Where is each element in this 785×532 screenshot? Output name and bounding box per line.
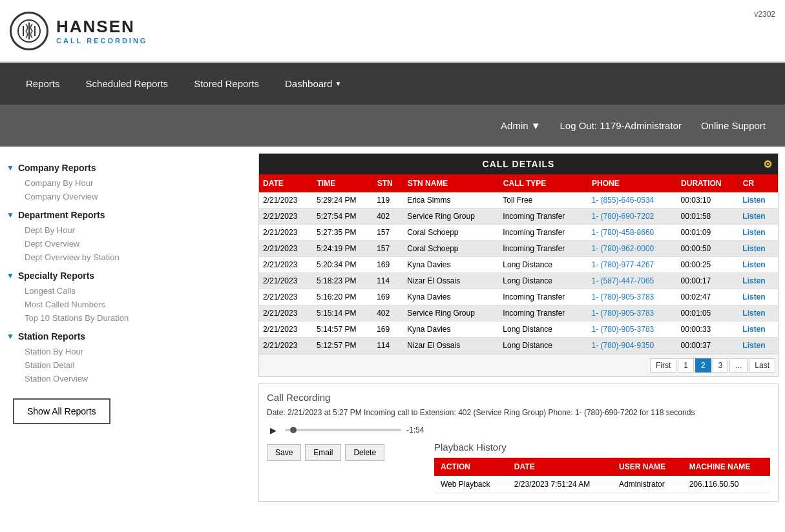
cell-date: 2/21/2023 [259, 289, 313, 305]
online-support-link[interactable]: Online Support [701, 120, 766, 131]
cell-call-type: Incoming Transfer [499, 225, 587, 241]
cell-date: 2/21/2023 [259, 273, 313, 289]
save-button[interactable]: Save [267, 444, 301, 461]
table-row: 2/21/2023 5:24:19 PM 157 Coral Schoepp I… [259, 241, 778, 257]
table-row: 2/21/2023 5:20:34 PM 169 Kyna Davies Lon… [259, 257, 778, 273]
show-all-reports-button[interactable]: Show All Reports [13, 398, 110, 424]
company-reports-label: Company Reports [18, 163, 96, 173]
page-1-btn[interactable]: 1 [678, 358, 694, 373]
sidebar-item-company-by-hour[interactable]: Company By Hour [6, 176, 246, 190]
station-reports-label: Station Reports [18, 331, 85, 342]
cell-date: 2/21/2023 [259, 225, 313, 241]
sidebar-section-station[interactable]: ▼ Station Reports [6, 331, 246, 342]
cell-duration: 00:00:37 [677, 338, 739, 354]
sidebar-item-station-detail[interactable]: Station Detail [6, 358, 246, 372]
nav-reports[interactable]: Reports [13, 78, 73, 89]
cell-stn-name: Service Ring Group [403, 209, 499, 225]
cell-duration: 00:03:10 [677, 192, 739, 209]
cell-cr: Listen [738, 289, 777, 305]
version-label: v2302 [754, 6, 775, 19]
admin-label: Admin [501, 120, 529, 131]
page-first-btn[interactable]: First [650, 358, 676, 373]
sidebar-item-top10[interactable]: Top 10 Stations By Duration [6, 311, 246, 325]
sidebar-item-dept-overview-station[interactable]: Dept Overview by Station [6, 251, 246, 264]
cell-call-type: Long Distance [499, 273, 587, 289]
secondary-nav: Admin ▼ Log Out: 1179-Administrator Onli… [0, 105, 785, 147]
cell-phone: 1- (587)-447-7065 [588, 273, 677, 289]
sidebar-item-dept-overview[interactable]: Dept Overview [6, 237, 246, 251]
nav-dashboard[interactable]: Dashboard ▼ [272, 78, 354, 89]
cell-time: 5:16:20 PM [313, 289, 373, 305]
sidebar-item-dept-by-hour[interactable]: Dept By Hour [6, 223, 246, 237]
cell-stn: 169 [373, 257, 403, 273]
admin-menu[interactable]: Admin ▼ [501, 120, 540, 131]
page-last-btn[interactable]: Last [749, 358, 775, 373]
sidebar-item-most-called[interactable]: Most Called Numbers [6, 298, 246, 311]
station-expand-icon: ▼ [6, 332, 14, 341]
time-display: -1:54 [406, 425, 424, 435]
cell-stn-name: Service Ring Group [403, 305, 499, 322]
nav-stored[interactable]: Stored Reports [181, 78, 272, 89]
sidebar-item-station-by-hour[interactable]: Station By Hour [6, 345, 246, 358]
sidebar-section-specialty[interactable]: ▼ Specialty Reports [6, 271, 246, 281]
audio-progress-bar[interactable] [285, 429, 401, 431]
settings-gear-icon[interactable]: ⚙ [763, 158, 773, 170]
cell-phone: 1- (855)-646-0534 [588, 192, 677, 209]
cell-stn: 114 [373, 338, 403, 354]
table-row: 2/21/2023 5:15:14 PM 402 Service Ring Gr… [259, 305, 778, 322]
company-expand-icon: ▼ [6, 163, 14, 172]
playback-history-title: Playback History [434, 442, 770, 453]
col-stn-name: STN NAME [403, 174, 499, 192]
cell-stn-name: Coral Schoepp [403, 241, 499, 257]
logo-circle [10, 12, 48, 50]
cell-call-type: Long Distance [499, 338, 587, 354]
cell-cr: Listen [738, 225, 777, 241]
cell-date: 2/21/2023 [259, 305, 313, 322]
main-layout: ▼ Company Reports Company By Hour Compan… [0, 147, 785, 532]
col-duration: DURATION [677, 174, 739, 192]
cell-phone: 1- (780)-690-7202 [588, 209, 677, 225]
sidebar-section-company[interactable]: ▼ Company Reports [6, 163, 246, 173]
cell-time: 5:20:34 PM [313, 257, 373, 273]
cell-date: 2/21/2023 [259, 338, 313, 354]
cell-date: 2/21/2023 [259, 241, 313, 257]
sidebar-item-station-overview[interactable]: Station Overview [6, 372, 246, 385]
cell-duration: 00:00:17 [677, 273, 739, 289]
email-button[interactable]: Email [305, 444, 341, 461]
cell-time: 5:24:19 PM [313, 241, 373, 257]
col-cr: CR [738, 174, 777, 192]
call-details-table: DATE TIME STN STN NAME CALL TYPE PHONE D… [259, 174, 778, 354]
cell-stn-name: Kyna Davies [403, 257, 499, 273]
call-recording-section: Call Recording Date: 2/21/2023 at 5:27 P… [258, 384, 779, 502]
cell-cr: Listen [738, 322, 777, 338]
cell-stn: 402 [373, 305, 403, 322]
cell-stn: 169 [373, 322, 403, 338]
cell-duration: 00:01:09 [677, 225, 739, 241]
pagination: First 1 2 3 ... Last [259, 354, 778, 376]
play-button[interactable]: ▶ [267, 424, 280, 436]
call-details-tbody: 2/21/2023 5:29:24 PM 119 Erica Simms Tol… [259, 192, 778, 354]
sidebar-item-company-overview[interactable]: Company Overview [6, 190, 246, 203]
cell-call-type: Toll Free [499, 192, 587, 209]
cell-phone: 1- (780)-904-9350 [588, 338, 677, 354]
page-ellipsis-btn[interactable]: ... [729, 358, 748, 373]
nav-scheduled[interactable]: Scheduled Reports [73, 78, 182, 89]
page-2-btn[interactable]: 2 [695, 358, 711, 373]
logout-link[interactable]: Log Out: 1179-Administrator [560, 120, 681, 131]
sidebar-item-longest-calls[interactable]: Longest Calls [6, 284, 246, 298]
col-time: TIME [313, 174, 373, 192]
call-details-container: CALL DETAILS ⚙ DATE TIME STN STN NAME CA… [258, 153, 779, 377]
cell-call-type: Long Distance [499, 257, 587, 273]
cell-phone: 1- (780)-977-4267 [588, 257, 677, 273]
delete-button[interactable]: Delete [345, 444, 384, 461]
cell-date: 2/21/2023 [259, 192, 313, 209]
table-row: 2/21/2023 5:12:57 PM 114 Nizar El Ossais… [259, 338, 778, 354]
sidebar: ▼ Company Reports Company By Hour Compan… [0, 147, 252, 532]
audio-player: ▶ -1:54 [267, 424, 770, 436]
sidebar-section-department[interactable]: ▼ Department Reports [6, 210, 246, 220]
table-row: 2/21/2023 5:27:54 PM 402 Service Ring Gr… [259, 209, 778, 225]
cell-stn-name: Nizar El Ossais [403, 273, 499, 289]
page-3-btn[interactable]: 3 [713, 358, 729, 373]
cell-duration: 00:00:50 [677, 241, 739, 257]
cell-cr: Listen [738, 338, 777, 354]
